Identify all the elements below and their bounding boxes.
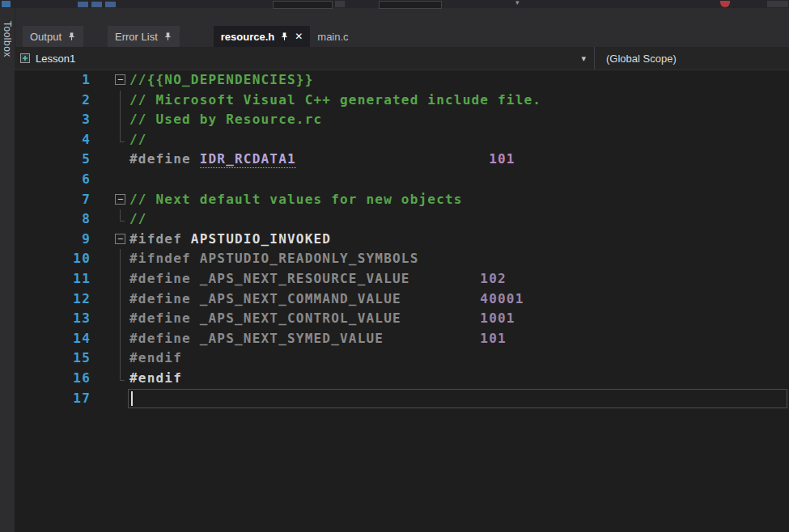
line-number: 7 xyxy=(15,190,91,210)
chevron-down-icon: ▾ xyxy=(515,0,520,6)
code-text xyxy=(128,389,789,409)
toolbar-icon xyxy=(2,1,11,7)
fold-margin xyxy=(91,389,128,409)
code-line[interactable]: 9−#ifdef APSTUDIO_INVOKED xyxy=(15,230,789,250)
line-number: 9 xyxy=(15,230,91,250)
line-number: 16 xyxy=(15,369,91,389)
code-text: #define _APS_NEXT_COMMAND_VALUE 40001 xyxy=(128,289,789,310)
code-text: #define _APS_NEXT_RESOURCE_VALUE 102 xyxy=(128,269,789,289)
code-line[interactable]: 17 xyxy=(15,389,789,409)
vs-ide-window: ▾ Toolbox OutputError Listresource.h✕mai… xyxy=(0,0,789,532)
code-text: // xyxy=(128,209,789,230)
toolbar-icon xyxy=(720,1,730,7)
fold-margin xyxy=(91,209,128,230)
close-icon[interactable]: ✕ xyxy=(295,32,303,41)
code-line[interactable]: 3// Used by Resource.rc xyxy=(15,110,789,130)
code-text: #define _APS_NEXT_SYMED_VALUE 101 xyxy=(128,329,789,349)
line-number: 13 xyxy=(15,309,91,329)
navigation-bar: Lesson1 ▾ (Global Scope) xyxy=(15,47,789,70)
code-line[interactable]: 13#define _APS_NEXT_CONTROL_VALUE 1001 xyxy=(15,309,789,329)
fold-margin xyxy=(91,348,128,369)
pin-icon[interactable] xyxy=(280,32,289,41)
fold-margin xyxy=(91,309,128,329)
code-text: // xyxy=(128,130,789,150)
tab-label: Output xyxy=(30,31,62,43)
code-line[interactable]: 10#ifndef APSTUDIO_READONLY_SYMBOLS xyxy=(15,249,789,269)
toolbar-icon xyxy=(91,2,102,7)
scope-label: (Global Scope) xyxy=(606,53,677,65)
tab-main-c[interactable]: main.c xyxy=(310,26,355,47)
pin-icon[interactable] xyxy=(163,32,172,41)
fold-margin: − xyxy=(91,190,128,210)
code-line[interactable]: 1−//{{NO_DEPENDENCIES}} xyxy=(15,70,789,91)
toolbar-icon xyxy=(78,2,88,7)
code-text: // Used by Resource.rc xyxy=(128,110,789,130)
code-line[interactable]: 7−// Next default values for new objects xyxy=(15,190,789,210)
code-line[interactable]: 11#define _APS_NEXT_RESOURCE_VALUE 102 xyxy=(15,269,789,289)
sidebar-tab-toolbox[interactable]: Toolbox xyxy=(2,8,13,57)
fold-margin xyxy=(91,329,128,349)
tab-bar: OutputError Listresource.h✕main.c xyxy=(15,8,789,47)
line-number: 17 xyxy=(15,389,91,409)
global-scope-dropdown[interactable]: (Global Scope) xyxy=(594,47,789,70)
line-number: 5 xyxy=(15,150,91,170)
fold-toggle-icon[interactable]: − xyxy=(115,234,125,244)
fold-margin xyxy=(91,91,128,111)
line-number: 6 xyxy=(15,170,91,190)
code-line[interactable]: 6 xyxy=(15,170,789,190)
code-line[interactable]: 5#define IDR_RCDATA1 101 xyxy=(15,150,789,170)
code-line[interactable]: 15#endif xyxy=(15,348,789,369)
tab-label: Error List xyxy=(115,31,158,43)
line-number: 3 xyxy=(15,110,91,130)
line-number: 1 xyxy=(15,70,91,91)
fold-margin xyxy=(91,150,128,170)
code-text: // Next default values for new objects xyxy=(128,190,789,210)
code-text: #define _APS_NEXT_CONTROL_VALUE 1001 xyxy=(128,309,789,329)
fold-toggle-icon[interactable]: − xyxy=(115,74,125,85)
code-editor[interactable]: 1−//{{NO_DEPENDENCIES}}2// Microsoft Vis… xyxy=(15,70,789,532)
code-text: // Microsoft Visual C++ generated includ… xyxy=(128,91,789,111)
tab-error-list[interactable]: Error List xyxy=(108,26,180,47)
tab-label: main.c xyxy=(317,31,348,43)
line-number: 12 xyxy=(15,289,91,310)
line-number: 14 xyxy=(15,329,91,349)
fold-margin: − xyxy=(91,230,128,250)
line-number: 11 xyxy=(15,269,91,289)
line-number: 8 xyxy=(15,209,91,230)
project-scope-dropdown[interactable]: Lesson1 ▾ xyxy=(15,47,594,70)
fold-margin xyxy=(91,130,128,150)
chevron-down-icon[interactable]: ▾ xyxy=(581,53,586,64)
code-line[interactable]: 2// Microsoft Visual C++ generated inclu… xyxy=(15,91,789,111)
code-text xyxy=(128,170,789,190)
fold-margin: − xyxy=(91,70,128,91)
code-line[interactable]: 16#endif xyxy=(15,369,789,389)
fold-margin xyxy=(91,369,128,389)
code-line[interactable]: 12#define _APS_NEXT_COMMAND_VALUE 40001 xyxy=(15,289,789,310)
line-number: 15 xyxy=(15,348,91,369)
fold-margin xyxy=(91,170,128,190)
fold-toggle-icon[interactable]: − xyxy=(115,194,125,205)
line-number: 10 xyxy=(15,249,91,269)
code-line[interactable]: 14#define _APS_NEXT_SYMED_VALUE 101 xyxy=(15,329,789,349)
tab-resource-h[interactable]: resource.h✕ xyxy=(214,26,311,47)
toolbar: ▾ xyxy=(0,0,789,8)
tab-label: resource.h xyxy=(221,31,274,43)
fold-margin xyxy=(91,289,128,310)
code-text: #endif xyxy=(128,348,789,369)
fold-margin xyxy=(91,249,128,269)
toolbar-button[interactable] xyxy=(335,1,345,7)
code-text: #endif xyxy=(128,369,789,389)
pin-icon[interactable] xyxy=(67,32,76,41)
project-name: Lesson1 xyxy=(36,53,75,65)
project-icon xyxy=(19,53,31,64)
line-number: 2 xyxy=(15,91,91,111)
fold-margin xyxy=(91,110,128,130)
code-text: //{{NO_DEPENDENCIES}} xyxy=(128,70,789,91)
tab-output[interactable]: Output xyxy=(23,26,83,47)
code-line[interactable]: 4// xyxy=(15,130,789,150)
toolbar-icon xyxy=(105,2,116,7)
left-dock-rail: Toolbox xyxy=(0,8,15,532)
text-caret xyxy=(131,391,133,406)
code-text: #ifdef APSTUDIO_INVOKED xyxy=(128,230,789,250)
code-line[interactable]: 8// xyxy=(15,209,789,230)
